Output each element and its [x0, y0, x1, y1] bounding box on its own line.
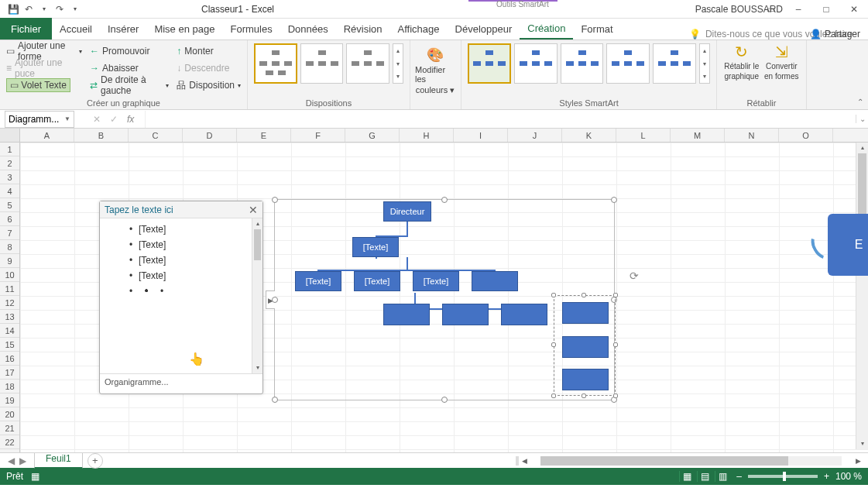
selected-subgroup[interactable]	[554, 295, 616, 396]
style-option-1[interactable]	[468, 43, 511, 84]
row-header[interactable]: 4	[0, 184, 19, 198]
style-gallery-dropdown[interactable]: ▴▾▾	[699, 43, 710, 84]
normal-view-icon[interactable]: ▦	[679, 471, 695, 482]
layout-button[interactable]: 品Disposition▾	[177, 77, 241, 93]
zoom-slider[interactable]	[748, 475, 818, 478]
row-header[interactable]: 9	[0, 254, 19, 268]
column-header[interactable]: A	[20, 129, 74, 142]
cells-grid[interactable]: ▶ ⟳	[20, 143, 868, 452]
column-header[interactable]: N	[725, 129, 779, 142]
org-node-child[interactable]: [Texte]	[354, 271, 400, 291]
resize-handle[interactable]	[582, 393, 586, 398]
redo-icon[interactable]: ↷	[53, 2, 67, 16]
rtl-button[interactable]: ⇄De droite à gauche▾	[90, 77, 169, 93]
org-node-director[interactable]: Directeur	[383, 201, 431, 222]
tab-inserer[interactable]: Insérer	[100, 18, 146, 40]
collapse-ribbon-icon[interactable]: ⌃	[857, 98, 863, 106]
promote-button[interactable]: ←Promouvoir	[90, 43, 169, 59]
column-header[interactable]: M	[671, 129, 725, 142]
text-pane-bullet[interactable]: [Texte]	[139, 237, 261, 253]
layout-option-3[interactable]	[346, 43, 389, 84]
row-header[interactable]: 5	[0, 198, 19, 212]
tab-revision[interactable]: Révision	[336, 18, 390, 40]
change-colors-button[interactable]: 🎨 Modifier les couleurs ▾	[412, 43, 458, 98]
text-pane-bullet[interactable]: [Texte]	[139, 253, 261, 268]
column-header[interactable]: O	[779, 129, 833, 142]
style-option-3[interactable]	[561, 43, 604, 84]
column-header[interactable]: K	[562, 129, 616, 142]
text-pane-bullet[interactable]: [Texte]	[139, 268, 261, 284]
column-header[interactable]: D	[183, 129, 237, 142]
row-header[interactable]: 8	[0, 240, 19, 254]
namebox-dropdown-icon[interactable]: ▼	[64, 115, 70, 122]
resize-handle[interactable]	[613, 393, 618, 398]
select-all-corner[interactable]	[0, 129, 20, 142]
resize-handle[interactable]	[441, 197, 448, 203]
hscroll-left-icon[interactable]: ◀	[519, 457, 530, 465]
row-header[interactable]: 3	[0, 170, 19, 184]
org-node-child[interactable]: [Texte]	[413, 271, 459, 291]
move-up-button[interactable]: ↑Monter	[177, 43, 241, 59]
row-header[interactable]: 17	[0, 366, 19, 380]
sheet-tab[interactable]: Feuil1	[34, 453, 83, 469]
resize-handle[interactable]	[613, 293, 618, 297]
style-option-5[interactable]	[653, 43, 696, 84]
row-header[interactable]: 2	[0, 156, 19, 170]
macro-record-icon[interactable]: ▦	[31, 471, 39, 482]
row-header[interactable]: 18	[0, 380, 19, 393]
column-header[interactable]: F	[291, 129, 345, 142]
org-node-nested[interactable]	[562, 302, 609, 324]
side-shape[interactable]: E	[828, 214, 868, 276]
row-header[interactable]: 12	[0, 296, 19, 310]
style-option-2[interactable]	[514, 43, 558, 84]
style-option-4[interactable]	[606, 43, 650, 84]
row-header[interactable]: 6	[0, 212, 19, 226]
qat-customize-icon[interactable]: ▾	[68, 2, 82, 16]
resize-handle[interactable]	[551, 393, 556, 398]
fx-icon[interactable]: fx	[127, 114, 134, 125]
resize-handle[interactable]	[272, 197, 278, 203]
scroll-thumb[interactable]	[858, 153, 866, 215]
row-header[interactable]: 14	[0, 324, 19, 338]
column-header[interactable]: H	[400, 129, 454, 142]
resize-handle[interactable]	[551, 342, 556, 347]
org-node-sub[interactable]	[383, 304, 430, 325]
layout-option-1[interactable]	[254, 43, 297, 84]
row-header[interactable]: 15	[0, 338, 19, 352]
tab-donnees[interactable]: Données	[280, 18, 336, 40]
layout-gallery-dropdown[interactable]: ▴▾▾	[393, 43, 403, 84]
row-header[interactable]: 16	[0, 352, 19, 366]
tab-file[interactable]: Fichier	[0, 18, 52, 40]
org-node-sub[interactable]	[501, 304, 547, 325]
save-icon[interactable]: 💾	[6, 2, 20, 16]
row-header[interactable]: 20	[0, 407, 19, 421]
column-header[interactable]: G	[345, 129, 400, 142]
row-header[interactable]: 19	[0, 393, 19, 407]
scroll-thumb[interactable]	[540, 456, 788, 466]
name-box[interactable]: Diagramm...▼	[5, 111, 74, 128]
vertical-scrollbar[interactable]: ▴ ▾	[856, 143, 868, 449]
tab-format[interactable]: Format	[573, 18, 620, 40]
text-pane-bullet[interactable]: [Texte]	[139, 222, 261, 237]
horizontal-scrollbar[interactable]	[540, 456, 842, 466]
row-header[interactable]: 7	[0, 226, 19, 240]
close-icon[interactable]: ✕	[840, 0, 868, 19]
layout-option-2[interactable]	[300, 43, 344, 84]
column-header[interactable]: B	[74, 129, 129, 142]
org-node-nested[interactable]	[562, 336, 609, 358]
sheet-nav-next-icon[interactable]: ▶	[19, 455, 26, 466]
text-pane-scrollbar[interactable]: ▴ ▾	[252, 218, 262, 373]
zoom-level[interactable]: 100 %	[835, 471, 862, 482]
org-node-child[interactable]	[472, 271, 518, 291]
column-header[interactable]: L	[616, 129, 671, 142]
ribbon-display-icon[interactable]: ▭	[756, 0, 784, 19]
row-header[interactable]: 21	[0, 421, 19, 435]
undo-dropdown-icon[interactable]: ▾	[37, 2, 51, 16]
resize-handle[interactable]	[611, 197, 617, 203]
row-header[interactable]: 10	[0, 268, 19, 282]
share-button[interactable]: 👤 Partager	[810, 29, 860, 40]
rotate-handle-icon[interactable]: ⟳	[630, 270, 645, 285]
demote-button[interactable]: →Abaisser	[90, 60, 169, 76]
resize-handle[interactable]	[582, 293, 586, 297]
zoom-in-icon[interactable]: +	[824, 471, 829, 482]
